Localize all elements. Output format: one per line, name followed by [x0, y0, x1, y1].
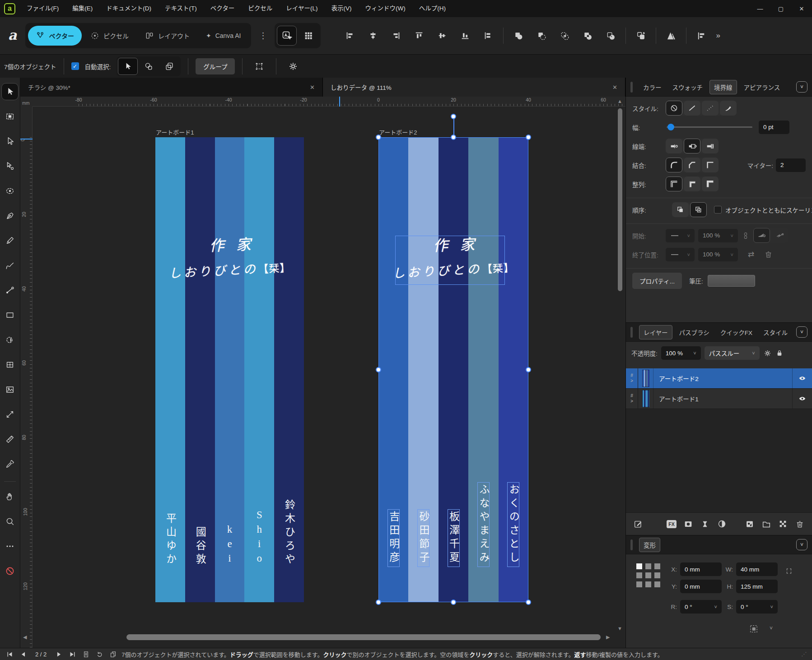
stripe-2[interactable]: 國谷敦 [185, 137, 215, 602]
selection-handle[interactable] [451, 135, 456, 140]
miter-field[interactable]: 2 [776, 158, 806, 172]
align-right-button[interactable] [387, 26, 406, 45]
selection-handle[interactable] [376, 135, 381, 140]
tab-pathbrush[interactable]: パスブラシ [675, 325, 714, 339]
selection-handle[interactable] [526, 600, 531, 605]
menu-item-7[interactable]: 表示(V) [324, 0, 358, 17]
start-style-dropdown[interactable]: ˅ [666, 229, 695, 242]
tab-shiori-data[interactable]: しおりデータ @ 111% ✕ [323, 78, 625, 97]
join-miter-button[interactable] [702, 158, 719, 172]
end-percent-dropdown[interactable]: 100 %˅ [698, 248, 738, 261]
author-name[interactable]: Shio [254, 509, 265, 567]
tab-swatches[interactable]: スウォッチ [668, 80, 707, 94]
horizontal-scrollbar[interactable]: ◀ ▶ [20, 632, 625, 643]
scroll-up-icon[interactable]: ▲ [617, 98, 622, 104]
w-field[interactable]: 40 mm [736, 562, 778, 576]
pen-tool[interactable] [1, 207, 19, 224]
ruler-tool[interactable] [1, 431, 19, 448]
align-top-button[interactable] [410, 26, 429, 45]
maximize-button[interactable]: ▢ [770, 0, 791, 17]
tab-close-icon[interactable]: ✕ [612, 84, 617, 91]
author-name[interactable]: 吉田明彦 [387, 509, 400, 567]
panel-grip[interactable] [630, 327, 633, 338]
boolean-xor-button[interactable] [578, 26, 597, 45]
align-center-h-button[interactable] [364, 26, 383, 45]
artboard-label[interactable]: アートボード1 [156, 128, 194, 136]
slider-knob[interactable] [667, 124, 674, 130]
select-lasso-button[interactable] [139, 58, 159, 75]
stroke-style-dash-button[interactable] [702, 101, 719, 116]
boolean-add-button[interactable] [509, 26, 528, 45]
layer-row-アートボード1[interactable]: #>アートボード1 [626, 389, 812, 409]
stroke-width-field[interactable]: 0 pt [759, 121, 789, 134]
last-page-button[interactable] [67, 650, 77, 659]
persona-vector[interactable]: ベクター [28, 26, 81, 46]
stripe-2[interactable]: 砂田節子 [408, 137, 438, 602]
stroke-align-inside-button[interactable] [684, 177, 700, 191]
stripe-4[interactable]: Shio [244, 137, 274, 602]
stroke-style-brush-button[interactable] [720, 101, 737, 116]
constrain-link-icon[interactable] [785, 567, 793, 575]
grid-mode-toggle[interactable] [299, 26, 318, 46]
transform-origin-icon[interactable] [749, 624, 759, 634]
tab-stroke[interactable]: 境界線 [709, 80, 737, 94]
stripe-1[interactable]: 平山ゆか [155, 137, 185, 602]
first-page-button[interactable] [5, 650, 14, 659]
menu-item-9[interactable]: ヘルプ(H) [412, 0, 453, 17]
author-name[interactable]: 國谷敦 [195, 526, 205, 567]
adjustment-layer-icon[interactable] [699, 518, 711, 530]
insertion-mode-button[interactable] [692, 26, 711, 45]
y-field[interactable]: 0 mm [680, 580, 722, 593]
stripe-3[interactable]: kei [215, 137, 245, 602]
artboard-tool[interactable] [1, 108, 19, 125]
settings-gear-button[interactable] [284, 57, 303, 76]
rotation-handle[interactable] [451, 114, 456, 119]
menu-item-4[interactable]: ベクター [204, 0, 241, 17]
author-name[interactable]: kei [224, 524, 235, 567]
contour-button[interactable] [662, 26, 681, 45]
pressure-profile-box[interactable] [708, 275, 755, 287]
rectangle-tool[interactable] [1, 307, 19, 324]
toolbar-more-chevron[interactable]: » [716, 31, 720, 40]
select-cursor-button[interactable] [118, 58, 138, 75]
stripe-3[interactable]: 板澤千夏 [439, 137, 468, 602]
next-page-button[interactable] [54, 650, 64, 659]
author-name[interactable]: 板澤千夏 [448, 509, 460, 567]
selection-handle[interactable] [376, 367, 381, 372]
start-percent-dropdown[interactable]: 100 %˅ [698, 229, 738, 242]
layer-lock-icon[interactable] [775, 349, 784, 357]
picture-frame-tool[interactable] [1, 381, 19, 398]
vertical-scroll-thumb[interactable] [618, 108, 622, 291]
persona-layout[interactable]: レイアウト [137, 26, 197, 46]
horizontal-scroll-thumb[interactable] [126, 634, 601, 640]
cap-square-button[interactable] [684, 139, 700, 153]
author-name[interactable]: ふなやまえみ [477, 482, 490, 567]
properties-button[interactable]: プロパティ... [632, 273, 682, 289]
panel-collapse-button[interactable]: ˅ [796, 81, 807, 93]
stroke-style-none-button[interactable] [666, 101, 682, 116]
stripe-5[interactable]: 鈴木ひろや [274, 137, 304, 602]
edit-all-layers-icon[interactable] [632, 518, 644, 530]
stroke-align-outside-button[interactable] [702, 177, 719, 191]
canvas[interactable]: アートボード1平山ゆか國谷敦keiShio鈴木ひろや作家しおりびとの【栞】アート… [20, 97, 625, 648]
vector-brush-tool[interactable] [1, 257, 19, 274]
select-stack-button[interactable] [159, 58, 179, 75]
stripe-4[interactable]: ふなやまえみ [468, 137, 498, 602]
power-duplicate-button[interactable] [631, 26, 650, 45]
tab-appearance[interactable]: アピアランス [740, 80, 784, 94]
persona-canva-ai[interactable]: ✦ Canva AI [198, 26, 249, 46]
layer-visibility-eye-icon[interactable] [792, 389, 812, 409]
vertical-scrollbar[interactable]: ▲ ▼ [616, 98, 624, 631]
artboard-1[interactable]: アートボード1平山ゆか國谷敦keiShio鈴木ひろや作家しおりびとの【栞】 [155, 137, 304, 602]
artboard-2[interactable]: アートボード2吉田明彦砂田節子板澤千夏ふなやまえみおくのさとし作家しおりびとの【… [378, 137, 528, 602]
delete-layer-icon[interactable] [794, 518, 806, 530]
opacity-dropdown[interactable]: 100 %˅ [661, 346, 701, 360]
blend-mode-dropdown[interactable]: パススルー˅ [705, 346, 760, 360]
layer-visibility-eye-icon[interactable] [792, 368, 812, 388]
node-transform-tool[interactable] [1, 406, 19, 423]
zoom-tool[interactable] [1, 513, 19, 530]
scroll-down-icon[interactable]: ▼ [617, 626, 622, 631]
menu-item-8[interactable]: ウィンドウ(W) [358, 0, 412, 17]
mask-layer-icon[interactable] [682, 518, 694, 530]
distribute-button[interactable] [479, 26, 498, 45]
